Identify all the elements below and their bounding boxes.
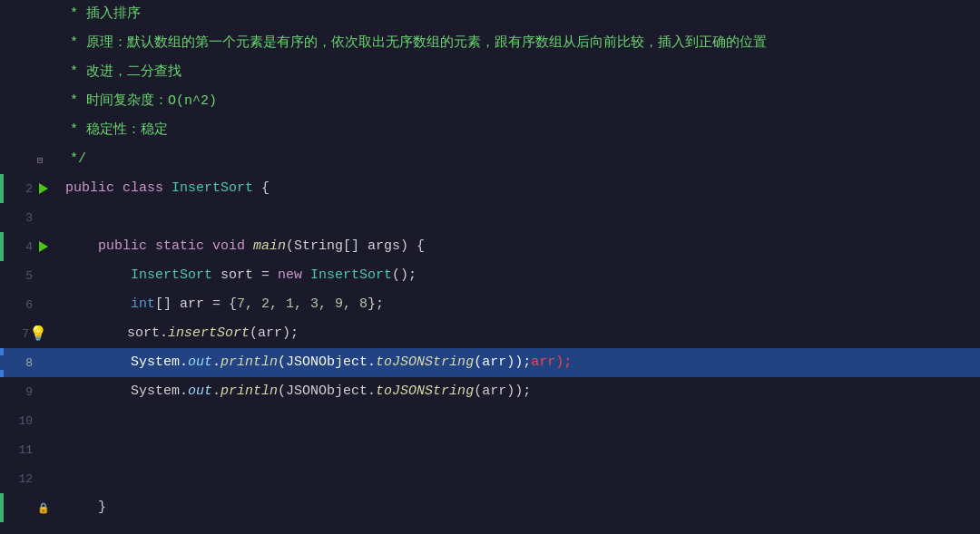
class-keyword: class bbox=[122, 174, 172, 203]
code-line-7: 7 💡 sort.insertSort(arr); bbox=[0, 319, 980, 348]
comment-text: * 原理：默认数组的第一个元素是有序的，依次取出无序数组的元素，跟有序数组从后向… bbox=[62, 29, 767, 58]
line-gutter: 10 bbox=[0, 413, 58, 428]
line-gutter: 7 💡 bbox=[0, 326, 54, 341]
to-json-method2: toJSONString bbox=[376, 377, 474, 406]
line-number: 3 bbox=[7, 211, 33, 225]
line-gutter: 2 bbox=[0, 181, 58, 196]
line-gutter bbox=[0, 7, 54, 22]
line-number: 8 bbox=[7, 356, 33, 370]
gutter-icon bbox=[33, 65, 47, 80]
line-number: 11 bbox=[7, 443, 33, 457]
code-content: * 原理：默认数组的第一个元素是有序的，依次取出无序数组的元素，跟有序数组从后向… bbox=[54, 29, 980, 58]
line-number: 4 bbox=[7, 240, 33, 254]
type: InsertSort bbox=[65, 261, 212, 290]
arr-decl: [] arr = { bbox=[155, 290, 237, 319]
out-field: out bbox=[188, 348, 212, 377]
new-kw: new bbox=[278, 261, 310, 290]
code-line-class-decl: 2 public class InsertSort { bbox=[0, 174, 980, 203]
gutter-icon bbox=[33, 36, 47, 51]
line-number: 6 bbox=[7, 298, 33, 312]
system-text: System. bbox=[65, 377, 188, 406]
line-gutter: 🔒 bbox=[0, 500, 58, 515]
code-area: * 插入排序 * 原理：默认数组的第一个元素是有序的，依次取出无序数组的元素，跟… bbox=[0, 0, 980, 534]
code-line: * 稳定性：稳定 bbox=[0, 116, 980, 145]
line-gutter: 12 bbox=[0, 471, 58, 486]
gutter-icon bbox=[33, 123, 47, 138]
code-line-method: 4 public static void main(String[] args)… bbox=[0, 232, 980, 261]
line-gutter bbox=[0, 94, 54, 109]
code-line-6: 6 int[] arr = {7, 2, 1, 3, 9, 8}; bbox=[0, 290, 980, 319]
line-number: 7 bbox=[4, 327, 29, 341]
line-number: 2 bbox=[7, 182, 33, 196]
out-field: out bbox=[188, 377, 212, 406]
code-line: ⊟ */ bbox=[0, 145, 980, 174]
line-gutter: 8 bbox=[0, 355, 58, 370]
code-content: */ bbox=[54, 145, 980, 174]
line-gutter: 6 bbox=[0, 297, 58, 312]
dot: . bbox=[212, 348, 220, 377]
line-gutter: 3 bbox=[0, 210, 58, 225]
public-keyword: public bbox=[65, 174, 122, 203]
code-line: * 时间复杂度：O(n^2) bbox=[0, 87, 980, 116]
code-line: * 插入排序 bbox=[0, 0, 980, 29]
arr-close: (arr)); bbox=[474, 377, 531, 406]
line-number: 10 bbox=[7, 414, 33, 428]
error-text: arr); bbox=[531, 348, 572, 377]
main-method: main bbox=[253, 232, 286, 261]
code-line-11: 11 bbox=[0, 435, 980, 464]
code-content: sort.insertSort(arr); bbox=[54, 319, 980, 348]
paren: (); bbox=[392, 261, 416, 290]
code-content: public class InsertSort { bbox=[58, 174, 980, 203]
line-gutter bbox=[0, 123, 54, 138]
run-method-icon[interactable] bbox=[36, 239, 51, 254]
code-content: } bbox=[58, 493, 980, 522]
fold-icon[interactable]: ⊟ bbox=[33, 152, 47, 167]
call-args: (arr); bbox=[250, 319, 299, 348]
code-line-12: 12 bbox=[0, 464, 980, 493]
code-content: public static void main(String[] args) { bbox=[58, 232, 980, 261]
gutter-icon bbox=[36, 471, 51, 486]
lock-symbol: 🔒 bbox=[37, 502, 50, 514]
code-line-5: 5 InsertSort sort = new InsertSort(); bbox=[0, 261, 980, 290]
bulb-icon[interactable]: 💡 bbox=[33, 326, 47, 341]
code-content: * 时间复杂度：O(n^2) bbox=[54, 87, 980, 116]
code-editor: * 插入排序 * 原理：默认数组的第一个元素是有序的，依次取出无序数组的元素，跟… bbox=[0, 0, 980, 534]
gutter-icon bbox=[36, 355, 51, 370]
line-gutter: 4 bbox=[0, 239, 58, 254]
numbers: 7, 2, 1, 3, 9, 8 bbox=[237, 290, 368, 319]
code-content: * 插入排序 bbox=[54, 0, 980, 29]
code-line: * 原理：默认数组的第一个元素是有序的，依次取出无序数组的元素，跟有序数组从后向… bbox=[0, 29, 980, 58]
var-decl: sort = bbox=[212, 261, 278, 290]
comment-text: * 改进，二分查找 bbox=[62, 58, 181, 87]
arr-arg: (arr)); bbox=[474, 348, 531, 377]
lock-icon: 🔒 bbox=[36, 500, 51, 515]
line-number: 12 bbox=[7, 472, 33, 486]
close-brace: } bbox=[65, 493, 106, 522]
type2: InsertSort bbox=[310, 261, 392, 290]
gutter-icon bbox=[33, 7, 47, 22]
gutter-icon bbox=[36, 268, 51, 283]
static-kw: static bbox=[155, 232, 212, 261]
println-method: println bbox=[220, 348, 278, 377]
code-line: * 改进，二分查找 bbox=[0, 58, 980, 87]
params: (String[] args) { bbox=[286, 232, 425, 261]
code-content: System.out.println(JSONObject.toJSONStri… bbox=[58, 377, 980, 406]
json-call2: (JSONObject. bbox=[278, 377, 376, 406]
brace-end: }; bbox=[368, 290, 384, 319]
line-gutter bbox=[0, 65, 54, 80]
code-content: InsertSort sort = new InsertSort(); bbox=[58, 261, 980, 290]
code-line-9: 9 System.out.println(JSONObject.toJSONSt… bbox=[0, 377, 980, 406]
line-gutter bbox=[0, 36, 54, 51]
comment-text: * 稳定性：稳定 bbox=[62, 116, 168, 145]
gutter-icon bbox=[36, 297, 51, 312]
gutter-icon bbox=[36, 384, 51, 399]
line-gutter: ⊟ bbox=[0, 152, 54, 167]
run-icon[interactable] bbox=[36, 181, 51, 196]
code-line-8-highlighted: 8 System.out.println(JSONObject.toJSONSt… bbox=[0, 348, 980, 377]
line-gutter: 9 bbox=[0, 384, 58, 399]
gutter-icon bbox=[36, 442, 51, 457]
void-kw: void bbox=[212, 232, 253, 261]
class-name: InsertSort bbox=[172, 174, 253, 203]
insert-sort-method: insertSort bbox=[168, 319, 250, 348]
dot: . bbox=[212, 377, 220, 406]
